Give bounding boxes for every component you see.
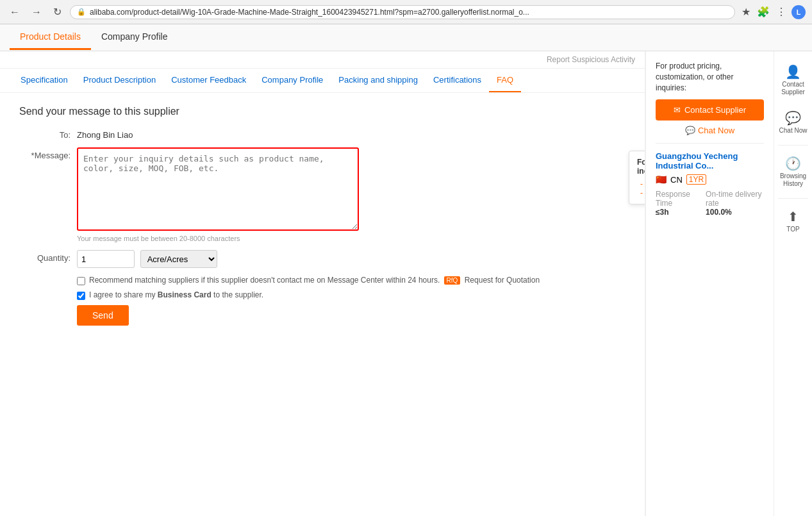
product-area: Report Suspicious Activity Specification…	[0, 51, 812, 516]
history-icon: 🕐	[785, 156, 801, 171]
sub-nav-product-desc[interactable]: Product Description	[76, 69, 163, 92]
delivery-label: On-time delivery rate	[706, 190, 764, 208]
address-bar[interactable]: 🔒 alibaba.com/product-detail/Wig-10A-Gra…	[70, 5, 735, 19]
message-form-area: Send your message to this supplier To: Z…	[0, 93, 645, 338]
sub-nav-certifications[interactable]: Certifications	[426, 69, 489, 92]
tab-product-details[interactable]: Product Details	[10, 25, 91, 50]
sub-nav-company-profile[interactable]: Company Profile	[254, 69, 331, 92]
response-time-value: ≤3h	[656, 208, 699, 217]
send-heading: Send your message to this supplier	[19, 106, 626, 117]
panel-divider-2	[778, 198, 808, 199]
agree-label: I agree to share my Business Card to the…	[89, 290, 263, 299]
tab-company-profile[interactable]: Company Profile	[91, 25, 178, 50]
sidebar-right: For product pricing, customization, or o…	[645, 51, 774, 516]
chat-now-button[interactable]: 💬 Chat Now	[656, 126, 764, 135]
supplier-meta: 🇨🇳 CN 1YR	[656, 174, 764, 185]
contact-label: Contact Supplier	[777, 81, 809, 96]
sub-nav: Specification Product Description Custom…	[0, 69, 645, 93]
chat-icon: 💬	[685, 126, 695, 135]
supplier-years: 1YR	[686, 174, 706, 185]
to-label: To:	[19, 127, 77, 140]
message-textarea[interactable]	[77, 147, 359, 231]
supplier-cta-text: For product pricing, customization, or o…	[656, 61, 764, 93]
sub-nav-faq[interactable]: FAQ	[489, 69, 521, 92]
top-icon: ⬆	[788, 209, 799, 224]
right-panel: 👤 Contact Supplier 💬 Chat Now 🕐 Browsing…	[774, 51, 812, 516]
browsing-history-btn[interactable]: 🕐 Browsing History	[774, 149, 812, 194]
to-row: To: Zhong Bin Liao	[19, 127, 626, 140]
quantity-row: Quantity: Acre/Acres	[19, 250, 626, 268]
quantity-label: Quantity:	[19, 250, 77, 263]
report-bar: Report Suspicious Activity	[0, 51, 645, 69]
supplier-name[interactable]: Guangzhou Yecheng Industrial Co...	[656, 151, 764, 171]
top-label: TOP	[786, 226, 799, 233]
message-row: *Message: For better quotations, include…	[19, 147, 626, 242]
extensions-button[interactable]: 🧩	[756, 4, 771, 19]
page-content: Product Details Company Profile Report S…	[0, 24, 812, 516]
contact-icon: 👤	[785, 64, 801, 79]
url-text: alibaba.com/product-detail/Wig-10A-Grade…	[90, 8, 529, 17]
business-card-text: Business Card	[158, 290, 211, 299]
envelope-icon: ✉	[674, 105, 681, 115]
contact-supplier-panel-btn[interactable]: 👤 Contact Supplier	[774, 58, 812, 103]
scroll-top-btn[interactable]: ⬆ TOP	[774, 203, 812, 240]
hint-bubble: For better quotations, include: - A self…	[629, 151, 645, 204]
recommend-label: Recommend matching suppliers if this sup…	[89, 276, 540, 285]
history-label: Browsing History	[777, 172, 809, 188]
report-link[interactable]: Report Suspicious Activity	[547, 55, 635, 64]
browser-actions: ★ 🧩 ⋮ L	[740, 4, 806, 19]
to-value: Zhong Bin Liao	[77, 127, 133, 140]
delivery-value: 100.0%	[706, 208, 764, 217]
agree-checkbox[interactable]	[77, 292, 85, 300]
delivery-stat: On-time delivery rate 100.0%	[706, 190, 764, 217]
hint-item-2: - Special requests, if any	[640, 188, 645, 197]
refresh-button[interactable]: ↻	[50, 4, 65, 19]
tab-bar: Product Details Company Profile	[0, 24, 812, 51]
sub-nav-specification[interactable]: Specification	[13, 69, 76, 92]
message-label: *Message:	[19, 147, 77, 160]
response-time-stat: Response Time ≤3h	[656, 190, 699, 217]
chat-now-icon: 💬	[785, 110, 801, 126]
quantity-inputs: Acre/Acres	[77, 250, 217, 268]
message-wrapper: For better quotations, include: - A self…	[77, 147, 626, 242]
response-time-label: Response Time	[656, 190, 699, 208]
stats-row: Response Time ≤3h On-time delivery rate …	[656, 190, 764, 217]
profile-avatar[interactable]: L	[791, 5, 806, 19]
recommend-checkbox[interactable]	[77, 277, 85, 285]
main-layout: Product Details Company Profile Report S…	[0, 24, 812, 516]
agree-row: I agree to share my Business Card to the…	[19, 290, 626, 300]
sub-nav-customer-feedback[interactable]: Customer Feedback	[163, 69, 254, 92]
divider	[656, 143, 764, 144]
send-button[interactable]: Send	[77, 305, 129, 326]
sub-nav-packing[interactable]: Packing and shipping	[331, 69, 426, 92]
hint-item-1: - A self introduction	[640, 179, 645, 188]
chat-now-panel-btn[interactable]: 💬 Chat Now	[774, 104, 812, 141]
hint-title: For better quotations, include:	[637, 158, 645, 176]
unit-select[interactable]: Acre/Acres	[140, 250, 217, 268]
char-limit-note: Your message must be between 20-8000 cha…	[77, 235, 626, 242]
panel-divider-1	[778, 145, 808, 146]
rfc-badge: RfQ	[444, 276, 461, 285]
product-main: Report Suspicious Activity Specification…	[0, 51, 645, 516]
contact-supplier-button[interactable]: ✉ Contact Supplier	[656, 99, 764, 121]
bookmark-button[interactable]: ★	[740, 4, 752, 19]
forward-button[interactable]: →	[28, 5, 45, 19]
quantity-input[interactable]	[77, 250, 135, 268]
checkbox-recommend-row: Recommend matching suppliers if this sup…	[19, 276, 626, 285]
back-button[interactable]: ←	[6, 5, 23, 19]
country-flag: 🇨🇳	[656, 174, 667, 185]
country-code: CN	[670, 175, 683, 185]
lock-icon: 🔒	[77, 8, 86, 16]
menu-button[interactable]: ⋮	[775, 4, 788, 19]
chat-now-label: Chat Now	[779, 127, 808, 135]
browser-chrome: ← → ↻ 🔒 alibaba.com/product-detail/Wig-1…	[0, 0, 812, 24]
